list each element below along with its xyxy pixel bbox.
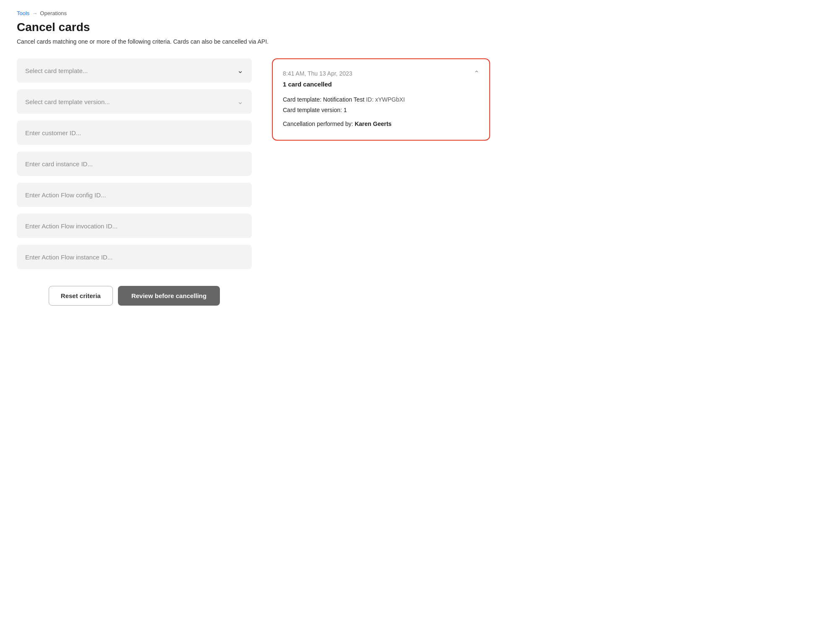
history-card-template-version-line: Card template version: 1	[283, 105, 479, 115]
history-title: 1 card cancelled	[283, 81, 479, 88]
main-layout: Select card template... ⌄ Select card te…	[17, 58, 803, 306]
breadcrumb-operations: Operations	[40, 10, 67, 16]
card-template-version-dropdown[interactable]: Select card template version... ⌄	[17, 89, 252, 114]
history-card-template-id: ID: xYWPGbXI	[366, 96, 405, 103]
left-panel: Select card template... ⌄ Select card te…	[17, 58, 252, 306]
button-row: Reset criteria Review before cancelling	[17, 286, 252, 306]
history-performed-by-name: Karen Geerts	[355, 120, 392, 127]
right-panel: 8:41 AM, Thu 13 Apr, 2023 ⌃ 1 card cance…	[272, 58, 490, 141]
customer-id-input[interactable]	[17, 120, 252, 145]
action-flow-invocation-id-input[interactable]	[17, 214, 252, 238]
chevron-up-icon[interactable]: ⌃	[474, 69, 479, 77]
history-timestamp-row: 8:41 AM, Thu 13 Apr, 2023 ⌃	[283, 69, 479, 77]
action-flow-config-id-input[interactable]	[17, 183, 252, 207]
reset-criteria-button[interactable]: Reset criteria	[49, 286, 113, 306]
history-performed-by-line: Cancellation performed by: Karen Geerts	[283, 119, 479, 129]
page-description: Cancel cards matching one or more of the…	[17, 38, 803, 45]
action-flow-instance-id-input[interactable]	[17, 245, 252, 269]
history-timestamp: 8:41 AM, Thu 13 Apr, 2023	[283, 70, 353, 77]
card-template-dropdown[interactable]: Select card template... ⌄	[17, 58, 252, 83]
chevron-down-icon-version: ⌄	[237, 97, 243, 106]
history-card-template-label: Card template: Notification Test	[283, 96, 364, 103]
breadcrumb-tools-link[interactable]: Tools	[17, 10, 29, 16]
review-before-cancelling-button[interactable]: Review before cancelling	[118, 286, 220, 306]
breadcrumb-separator: →	[32, 10, 37, 16]
history-card: 8:41 AM, Thu 13 Apr, 2023 ⌃ 1 card cance…	[272, 58, 490, 141]
breadcrumb: Tools → Operations	[17, 10, 803, 16]
history-detail: Card template: Notification Test ID: xYW…	[283, 94, 479, 130]
history-card-template-line: Card template: Notification Test ID: xYW…	[283, 94, 479, 105]
card-template-placeholder: Select card template...	[25, 67, 88, 74]
chevron-down-icon: ⌄	[237, 66, 243, 75]
page-title: Cancel cards	[17, 21, 803, 34]
card-template-version-placeholder: Select card template version...	[25, 98, 110, 105]
card-instance-id-input[interactable]	[17, 152, 252, 176]
history-cancellation-label: Cancellation performed by:	[283, 120, 353, 127]
